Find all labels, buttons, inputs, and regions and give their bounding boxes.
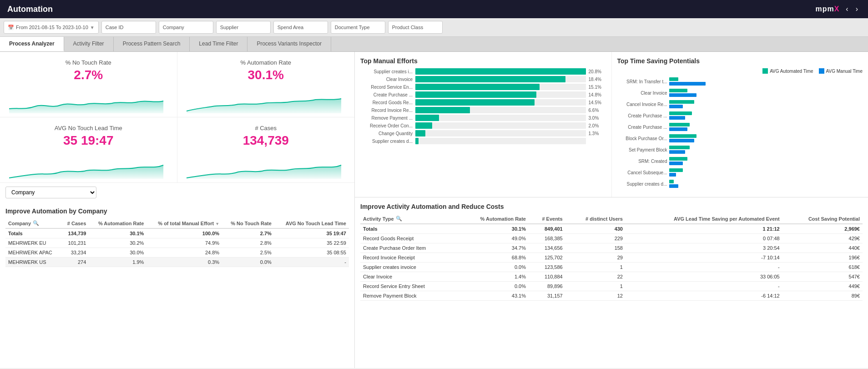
dual-blue-7 (669, 162, 683, 165)
row-noTouch-0: 2.8% (222, 238, 274, 248)
bar-track-9 (415, 138, 586, 144)
dual-green-8 (669, 168, 683, 172)
bar-fill-8 (415, 130, 425, 136)
legend-blue-label: AVG Manual Time (826, 69, 863, 74)
bar-pct-0: 20.8% (589, 69, 606, 74)
top-manual-efforts-section: Top Manual Efforts Supplier creates i...… (355, 52, 612, 197)
company-select-dropdown[interactable]: Company (5, 187, 96, 198)
date-dropdown-icon: ▼ (90, 25, 95, 30)
dual-label-9: Supplier creates d... (617, 182, 667, 187)
kpi-automation-rate-sparkline (187, 86, 346, 113)
kpi-no-touch-rate: % No Touch Rate 2.7% (0, 52, 177, 117)
top-manual-efforts-title: Top Manual Efforts (360, 57, 606, 65)
tab-process-analyzer[interactable]: Process Analyzer (0, 37, 64, 51)
dual-label-7: SRM: Created (617, 159, 667, 164)
dual-green-3 (669, 111, 692, 115)
supplier-filter[interactable]: Supplier (216, 21, 271, 34)
dual-blue-2 (669, 105, 683, 108)
totals-no-touch-rate: 2.7% (222, 228, 274, 238)
act-row-users-3: 1 (565, 263, 626, 272)
improve-by-company-table: Company 🔍 # Cases % Automation Rate % of… (5, 218, 349, 267)
document-type-label: Document Type (335, 25, 370, 30)
dual-green-7 (669, 157, 687, 161)
document-type-filter[interactable]: Document Type (331, 21, 385, 34)
date-filter[interactable]: 📅 From 2021-08-15 To 2023-10-10 ▼ (4, 21, 99, 34)
act-row-users-1: 158 (565, 243, 626, 253)
improve-activity-title: Improve Activity Automation and Reduce C… (360, 203, 863, 210)
dual-row-3: Create Purchase ... (617, 111, 863, 120)
app-title: Automation (7, 5, 53, 14)
nav-prev-button[interactable]: ‹ (843, 4, 851, 14)
act-row-events-0: 168,385 (529, 234, 565, 243)
company-filter[interactable]: Company (159, 21, 213, 34)
activity-row[interactable]: Record Goods Receipt 49.0% 168,385 229 0… (360, 234, 863, 243)
tab-process-pattern-search[interactable]: Process Pattern Search (114, 37, 190, 51)
tab-activity-filter[interactable]: Activity Filter (64, 37, 114, 51)
row-manual-2: 0.3% (146, 258, 222, 267)
nav-next-button[interactable]: › (853, 4, 861, 14)
act-col-activity: Activity Type 🔍 (360, 214, 457, 224)
legend-green-dot (762, 68, 768, 74)
dual-row-5: Block Purchase Or... (617, 134, 863, 142)
activity-row[interactable]: Remove Payment Block 43.1% 31,157 12 -6 … (360, 291, 863, 301)
improve-activity-section: Improve Activity Automation and Reduce C… (355, 197, 868, 306)
dual-label-2: Cancel Invoice Re... (617, 102, 667, 107)
col-cases-header: # Cases (61, 218, 89, 228)
act-row-users-5: 1 (565, 282, 626, 291)
act-row-leadtime-4: 33 06:05 (626, 272, 782, 282)
top-manual-efforts-chart: Supplier creates i... 20.8% Clear Invoic… (360, 68, 606, 144)
bar-row-5: Record Invoice Re... 6.6% (360, 107, 606, 113)
main-content: % No Touch Rate 2.7% (0, 52, 868, 368)
improve-by-company-section: Improve Automation by Company Company 🔍 … (0, 202, 354, 273)
dual-blue-1 (669, 93, 696, 97)
product-class-filter[interactable]: Product Class (388, 21, 443, 34)
tab-process-variants-inspector[interactable]: Process Variants Inspector (247, 37, 331, 51)
company-search-icon[interactable]: 🔍 (33, 220, 39, 226)
dual-blue-0 (669, 82, 706, 86)
spend-area-filter[interactable]: Spend Area (273, 21, 328, 34)
act-col-automation-rate: % Automation Rate (457, 214, 529, 224)
activity-row[interactable]: Record Invoice Receipt 68.8% 125,702 29 … (360, 253, 863, 263)
dual-row-7: SRM: Created (617, 157, 863, 165)
kpi-no-touch-rate-sparkline (9, 86, 168, 113)
activity-row[interactable]: Supplier creates invoice 0.0% 123,586 1 … (360, 263, 863, 272)
dual-blue-9 (669, 184, 678, 188)
company-row[interactable]: MEHRWERK APAC 33,234 30.0% 24.8% 2.5% 35… (5, 248, 349, 258)
kpi-automation-rate-title: % Automation Rate (187, 59, 346, 66)
header: Automation mpmX ‹ › (0, 0, 868, 18)
header-nav: ‹ › (843, 4, 861, 14)
bar-track-2 (415, 84, 586, 90)
act-totals-avg-lead-time: 1 21:12 (626, 224, 782, 234)
act-row-cost-0: 429€ (782, 234, 863, 243)
bar-fill-0 (415, 68, 586, 75)
company-row[interactable]: MEHRWERK US 274 1.9% 0.3% 0.0% - (5, 258, 349, 267)
act-col-distinct-users: # distinct Users (565, 214, 626, 224)
spend-area-label: Spend Area (278, 25, 304, 30)
company-row[interactable]: MEHRWERK EU 101,231 30.2% 74.9% 2.8% 35 … (5, 238, 349, 248)
row-noTouch-2: 0.0% (222, 258, 274, 267)
row-automation-1: 30.0% (89, 248, 146, 258)
dual-label-5: Block Purchase Or... (617, 136, 667, 141)
act-row-users-0: 229 (565, 234, 626, 243)
top-time-saving-section: Top Time Saving Potentials AVG Automated… (612, 52, 868, 197)
activity-row[interactable]: Clear Invoice 1.4% 110,884 22 33 06:05 5… (360, 272, 863, 282)
bar-track-1 (415, 76, 586, 82)
dual-row-1: Clear Invoice (617, 89, 863, 97)
manual-effort-sort-icon[interactable]: ▼ (215, 222, 219, 226)
left-panel: % No Touch Rate 2.7% (0, 52, 355, 368)
totals-manual-effort: 100.0% (146, 228, 222, 238)
tab-lead-time-filter[interactable]: Lead Time Filter (190, 37, 247, 51)
bar-track-7 (415, 122, 586, 129)
date-filter-label: From 2021-08-15 To 2023-10-10 (16, 25, 88, 30)
dual-green-0 (669, 77, 678, 81)
bar-label-7: Receive Order Con... (360, 123, 413, 128)
bar-label-6: Remove Payment ... (360, 116, 413, 121)
bar-track-4 (415, 99, 586, 106)
act-row-activity-4: Clear Invoice (360, 272, 457, 282)
act-row-events-1: 134,656 (529, 243, 565, 253)
act-col-cost-saving: Cost Saving Potential (782, 214, 863, 224)
activity-row[interactable]: Record Service Entry Sheet 0.0% 89,896 1… (360, 282, 863, 291)
activity-search-icon[interactable]: 🔍 (396, 216, 402, 222)
activity-row[interactable]: Create Purchase Order Item 34.7% 134,656… (360, 243, 863, 253)
case-id-filter[interactable]: Case ID (101, 21, 156, 34)
